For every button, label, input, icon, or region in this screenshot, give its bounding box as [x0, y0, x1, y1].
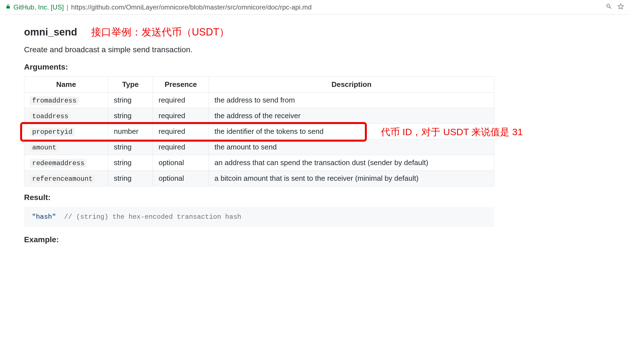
result-code-block: "hash" // (string) the hex-encoded trans… — [24, 207, 494, 227]
section-heading: omni_send — [24, 26, 77, 38]
address-separator: | — [67, 3, 68, 11]
arg-name-code: amount — [30, 143, 58, 152]
arguments-heading: Arguments: — [24, 63, 578, 72]
cell-type: string — [108, 92, 153, 108]
cell-name: fromaddress — [24, 92, 108, 108]
table-row: fromaddressstringrequiredthe address to … — [24, 92, 494, 108]
cell-type: string — [108, 139, 153, 155]
th-description: Description — [209, 77, 494, 92]
th-name: Name — [24, 77, 108, 92]
arguments-table-wrapper: Name Type Presence Description fromaddre… — [24, 77, 578, 186]
browser-address-bar: GitHub, Inc. [US] | https://github.com/O… — [0, 0, 628, 15]
arg-name-code: redeemaddress — [30, 159, 87, 168]
cell-presence: optional — [153, 155, 209, 171]
document-content: omni_send 接口举例：发送代币（USDT） Create and bro… — [0, 15, 585, 244]
star-icon[interactable] — [617, 3, 624, 11]
cell-description: a bitcoin amount that is sent to the rec… — [209, 171, 494, 186]
table-row: redeemaddressstringoptionalan address th… — [24, 155, 494, 171]
cell-description: the address of the receiver — [209, 108, 494, 124]
cell-presence: optional — [153, 171, 209, 186]
cell-name: redeemaddress — [24, 155, 108, 171]
section-description: Create and broadcast a simple send trans… — [24, 45, 578, 54]
cell-presence: required — [153, 124, 209, 139]
cell-presence: required — [153, 139, 209, 155]
arg-name-code: fromaddress — [30, 96, 79, 105]
cell-type: string — [108, 171, 153, 186]
arg-name-code: propertyid — [30, 128, 75, 136]
cell-presence: required — [153, 92, 209, 108]
table-row: toaddressstringrequiredthe address of th… — [24, 108, 494, 124]
cell-name: propertyid — [24, 124, 108, 139]
zoom-icon[interactable] — [606, 3, 612, 11]
cell-description: the address to send from — [209, 92, 494, 108]
cell-name: toaddress — [24, 108, 108, 124]
cell-description: an address that can spend the transactio… — [209, 155, 494, 171]
site-identity-label: GitHub, Inc. [US] — [13, 3, 64, 11]
table-row: amountstringrequiredthe amount to send — [24, 139, 494, 155]
heading-annotation: 接口举例：发送代币（USDT） — [91, 25, 229, 39]
cell-name: amount — [24, 139, 108, 155]
table-row: referenceamountstringoptionala bitcoin a… — [24, 171, 494, 186]
cell-type: string — [108, 108, 153, 124]
result-comment: // (string) the hex-encoded transaction … — [56, 213, 241, 221]
table-header-row: Name Type Presence Description — [24, 77, 494, 92]
th-type: Type — [108, 77, 153, 92]
cell-type: number — [108, 124, 153, 139]
cell-presence: required — [153, 108, 209, 124]
result-heading: Result: — [24, 193, 578, 202]
th-presence: Presence — [153, 77, 209, 92]
result-string: "hash" — [32, 213, 56, 221]
cell-description: the amount to send — [209, 139, 494, 155]
cell-name: referenceamount — [24, 171, 108, 186]
arg-name-code: referenceamount — [30, 175, 95, 183]
url-text[interactable]: https://github.com/OmniLayer/omnicore/bl… — [71, 3, 603, 11]
lock-icon — [6, 4, 11, 10]
cell-type: string — [108, 155, 153, 171]
arg-name-code: toaddress — [30, 112, 71, 121]
example-heading: Example: — [24, 235, 578, 244]
highlight-annotation: 代币 ID，对于 USDT 来说值是 31 — [381, 126, 523, 139]
